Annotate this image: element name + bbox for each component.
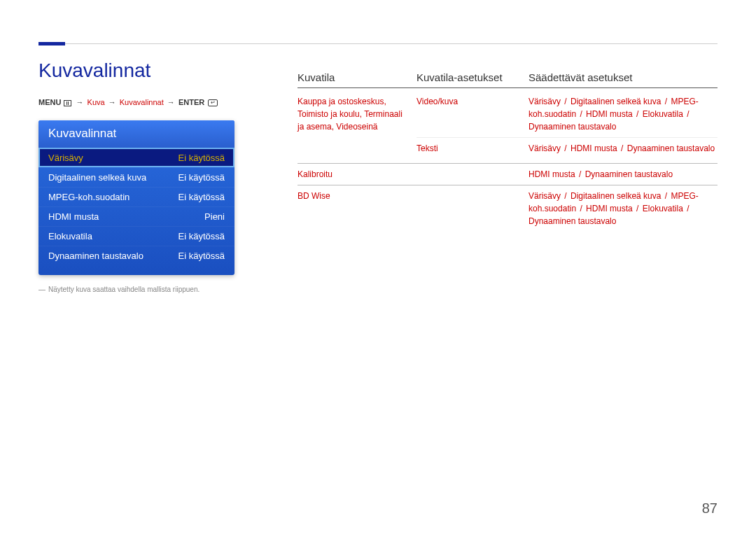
osd-footnote: ―Näytetty kuva saattaa vaihdella mallist… [38, 285, 276, 295]
osd-row-varisavy[interactable]: Värisävy Ei käytössä [38, 148, 234, 167]
osd-title: Kuvavalinnat [38, 120, 234, 148]
osd-row-value: Ei käytössä [178, 153, 225, 163]
table-row: Kalibroitu HDMI musta / Dynaaminen taust… [298, 164, 718, 185]
page-title: Kuvavalinnat [38, 59, 276, 82]
cell-options: Värisävy / HDMI musta / Dynaaminen taust… [528, 142, 718, 155]
cell-setting [416, 168, 528, 181]
osd-row-label: MPEG-koh.suodatin [48, 192, 130, 202]
arrow-icon: → [167, 98, 175, 106]
menu-breadcrumb: MENU → Kuva → Kuvavalinnat → ENTER [38, 97, 276, 108]
th-saadettavat: Säädettävät asetukset [528, 71, 718, 83]
breadcrumb-kuvavalinnat: Kuvavalinnat [120, 98, 164, 106]
arrow-icon: → [108, 98, 116, 106]
top-rule [38, 43, 718, 44]
th-kuvatila: Kuvatila [298, 71, 416, 83]
osd-row-value: Ei käytössä [178, 172, 225, 183]
table-row: Kauppa ja ostoskeskus, Toimisto ja koulu… [298, 91, 718, 164]
cell-options: Värisävy / Digitaalinen selkeä kuva / MP… [528, 95, 718, 133]
osd-row-digitaalinen[interactable]: Digitaalinen selkeä kuva Ei käytössä [38, 167, 234, 187]
table-header-row: Kuvatila Kuvatila-asetukset Säädettävät … [298, 71, 718, 88]
cell-mode: Kalibroitu [298, 168, 416, 181]
osd-row-label: Dynaaminen taustavalo [48, 251, 144, 261]
th-kuvatila-asetukset: Kuvatila-asetukset [416, 71, 528, 83]
osd-row-hdmi[interactable]: HDMI musta Pieni [38, 206, 234, 226]
accent-bar [38, 42, 65, 45]
settings-table: Kuvatila Kuvatila-asetukset Säädettävät … [298, 71, 718, 232]
cell-setting: Teksti [416, 142, 528, 155]
osd-row-value: Ei käytössä [178, 231, 225, 241]
osd-row-mpeg[interactable]: MPEG-koh.suodatin Ei käytössä [38, 187, 234, 206]
osd-row-label: Elokuvatila [48, 231, 92, 241]
osd-row-value: Ei käytössä [178, 192, 225, 202]
cell-setting [416, 190, 528, 227]
osd-row-value: Pieni [204, 211, 225, 222]
enter-icon [208, 99, 218, 106]
osd-row-dynaaminen[interactable]: Dynaaminen taustavalo Ei käytössä [38, 246, 234, 265]
osd-row-elokuvatila[interactable]: Elokuvatila Ei käytössä [38, 226, 234, 246]
osd-row-label: Digitaalinen selkeä kuva [48, 172, 146, 183]
cell-mode: Kauppa ja ostoskeskus, Toimisto ja koulu… [298, 95, 416, 159]
menu-grid-icon [64, 100, 71, 106]
enter-label: ENTER [178, 98, 204, 106]
osd-panel: Kuvavalinnat Värisävy Ei käytössä Digita… [38, 120, 234, 275]
footnote-text: Näytetty kuva saattaa vaihdella mallista… [48, 286, 200, 293]
arrow-icon: → [76, 98, 84, 106]
osd-row-value: Ei käytössä [178, 251, 225, 261]
page-number: 87 [702, 500, 718, 517]
table-row: BD Wise Värisävy / Digitaalinen selkeä k… [298, 185, 718, 232]
menu-label: MENU [38, 98, 61, 106]
cell-mode: BD Wise [298, 190, 416, 227]
osd-row-label: HDMI musta [48, 211, 99, 222]
cell-setting: Video/kuva [416, 95, 528, 133]
breadcrumb-kuva: Kuva [88, 98, 105, 106]
osd-row-label: Värisävy [48, 153, 83, 163]
cell-options: HDMI musta / Dynaaminen taustavalo [528, 168, 718, 181]
cell-options: Värisävy / Digitaalinen selkeä kuva / MP… [528, 190, 718, 227]
